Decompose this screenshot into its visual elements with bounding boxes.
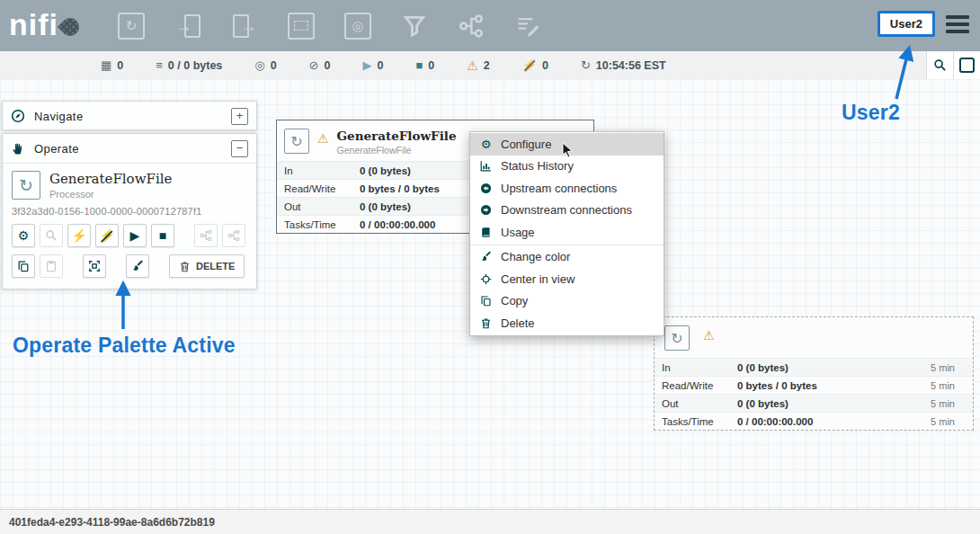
copy-button[interactable]	[12, 254, 35, 278]
global-menu-button[interactable]	[946, 15, 969, 37]
stop-button[interactable]: ■	[151, 224, 174, 247]
warning-icon: ⚠	[317, 132, 329, 145]
menu-item-usage[interactable]: Usage	[470, 221, 664, 244]
mouse-cursor-icon	[562, 142, 574, 159]
create-template-button[interactable]	[194, 224, 218, 247]
lightning-slash-icon: ⚡	[99, 228, 114, 243]
status-bar-actions	[926, 51, 980, 79]
menu-item-label: Delete	[501, 316, 535, 330]
menu-item-label: Downstream connections	[501, 203, 632, 217]
operate-button-row-2: DELETE	[3, 247, 256, 278]
disable-button[interactable]: ⚡	[95, 224, 119, 247]
menu-item-center-in-view[interactable]: Center in view	[470, 268, 664, 290]
stat-row: Out 0 (0 bytes) 5 min	[655, 394, 973, 412]
delete-button[interactable]: DELETE	[169, 254, 245, 278]
selected-component-name: GenerateFlowFile	[49, 171, 172, 187]
status-active-threads: ▦ 0	[101, 59, 123, 72]
change-color-button[interactable]	[126, 254, 149, 278]
start-button[interactable]: ▶	[123, 224, 147, 247]
status-stopped: ■ 0	[415, 59, 434, 72]
stop-icon: ■	[159, 228, 166, 243]
running-count: 0	[377, 59, 383, 72]
operate-panel: Operate − ↻ GenerateFlowFile Processor 3…	[2, 133, 257, 289]
crosshair-icon	[479, 273, 493, 285]
menu-item-label: Configure	[501, 138, 551, 151]
configure-button[interactable]: ⚙	[12, 224, 35, 247]
template-icon	[459, 13, 484, 39]
output-port-component-icon[interactable]: →	[228, 10, 261, 42]
stat-window: 5 min	[931, 398, 966, 409]
menu-item-change-color[interactable]: Change color	[470, 246, 664, 269]
stat-label: Out	[662, 398, 737, 409]
funnel-component-icon[interactable]	[398, 10, 431, 42]
template-upload-icon	[227, 229, 240, 242]
refresh-time: 10:54:56 EST	[596, 59, 666, 72]
search-icon	[933, 58, 947, 72]
status-refresh[interactable]: ↻ 10:54:56 EST	[581, 59, 666, 72]
upload-template-button[interactable]	[222, 224, 245, 247]
menu-item-upstream-connections[interactable]: Upstream connections	[470, 177, 664, 200]
ghost-processor-component: ↻ ⚠ In 0 (0 bytes) 5 min Read/Write 0 by…	[654, 316, 974, 431]
downstream-icon	[479, 204, 493, 216]
menu-item-label: Upstream connections	[501, 182, 617, 195]
chart-icon	[479, 160, 493, 172]
invalid-count: 2	[484, 59, 490, 72]
stat-row: In 0 (0 bytes) 5 min	[655, 358, 973, 376]
menu-item-delete[interactable]: Delete	[470, 312, 664, 334]
processor-loop-icon: ↻	[12, 171, 40, 200]
stat-value: 0 (0 bytes)	[360, 165, 411, 176]
search-button[interactable]	[926, 51, 953, 79]
selected-component-type: Processor	[49, 189, 172, 200]
group-selection-icon	[88, 260, 101, 272]
paintbrush-icon	[479, 251, 493, 263]
paste-button[interactable]	[40, 254, 63, 278]
menu-item-configure[interactable]: ⚙ Configure	[470, 133, 664, 156]
input-port-component-icon[interactable]: →	[172, 10, 204, 42]
top-toolbar: nifi ↻ → → ◎	[0, 0, 980, 51]
label-component-icon[interactable]	[512, 10, 544, 42]
navigate-header[interactable]: Navigate +	[3, 102, 256, 130]
arrow-right-icon: →	[241, 18, 257, 34]
enable-button[interactable]: ⚡	[67, 224, 91, 247]
status-bar: ▦ 0 ≡ 0 / 0 bytes ◎ 0 ⊘ 0 ▶ 0 ■ 0 ⚠ 2 ⚡	[0, 51, 980, 80]
group-inner-icon	[294, 21, 308, 31]
user-button[interactable]: User2	[878, 11, 935, 37]
search-related-button[interactable]	[40, 224, 63, 247]
threads-grid-icon: ▦	[101, 59, 111, 71]
processor-loop-icon: ↻	[664, 325, 690, 351]
template-component-icon[interactable]	[455, 10, 487, 42]
status-queued: ≡ 0 / 0 bytes	[156, 59, 222, 72]
stat-value: 0 bytes / 0 bytes	[360, 183, 440, 194]
stat-label: Tasks/Time	[284, 219, 360, 230]
stat-value: 0 / 00:00:00.000	[360, 219, 435, 230]
paste-icon	[45, 260, 58, 272]
context-menu: ⚙ Configure Status History Upstream conn…	[469, 131, 664, 336]
stat-value: 0 bytes / 0 bytes	[737, 380, 817, 391]
stat-value: 0 (0 bytes)	[737, 398, 788, 409]
collapse-button[interactable]: −	[231, 140, 248, 157]
stat-label: Tasks/Time	[662, 416, 737, 427]
process-group-component-icon[interactable]	[285, 10, 317, 42]
menu-item-copy[interactable]: Copy	[470, 290, 664, 313]
usage-book-icon	[479, 227, 493, 238]
user2-annotation: User2	[842, 101, 900, 125]
flow-canvas[interactable]: ↻ ⚠ In 0 (0 bytes) 5 min Read/Write 0 by…	[0, 79, 980, 509]
expand-button[interactable]: +	[231, 108, 248, 125]
hand-icon	[11, 141, 25, 156]
group-button[interactable]	[83, 254, 106, 278]
outline-panel-button[interactable]	[953, 51, 980, 79]
menu-item-downstream-connections[interactable]: Downstream connections	[470, 200, 664, 222]
status-disabled: ⚡ 0	[522, 59, 548, 72]
lightning-icon: ⚡	[71, 228, 86, 243]
menu-bar-icon	[946, 15, 969, 19]
processor-component-icon[interactable]: ↻	[115, 10, 147, 42]
nifi-logo-text: nifi	[9, 7, 58, 41]
active-threads-count: 0	[117, 59, 123, 72]
menu-item-label: Copy	[501, 294, 528, 307]
remote-process-group-component-icon[interactable]: ◎	[342, 10, 374, 42]
operate-header[interactable]: Operate −	[3, 134, 256, 164]
status-not-transmitting: ⊘ 0	[309, 59, 331, 72]
arrow-right-icon: →	[176, 18, 192, 34]
refresh-icon: ↻	[581, 59, 591, 71]
play-icon: ▶	[130, 228, 140, 243]
